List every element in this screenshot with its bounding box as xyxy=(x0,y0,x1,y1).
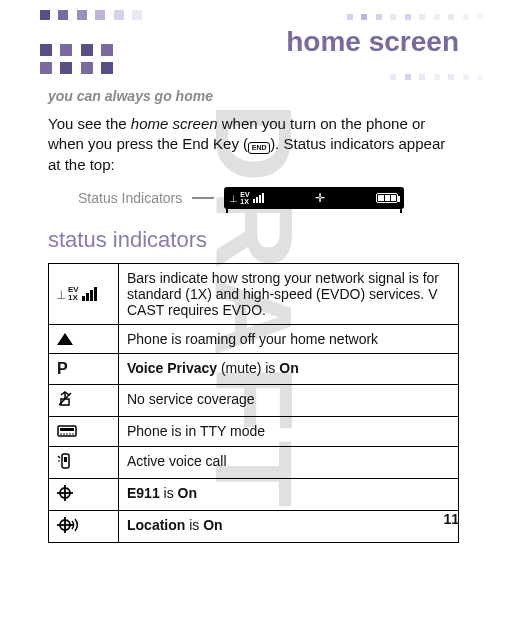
battery-icon xyxy=(376,193,398,203)
svg-point-8 xyxy=(69,433,71,435)
intro-paragraph: You see the home screen when you turn on… xyxy=(48,114,459,175)
svg-rect-11 xyxy=(64,457,67,462)
voice-privacy-icon: P xyxy=(49,353,119,384)
table-row: Phone is in TTY mode xyxy=(49,416,459,446)
active-call-desc: Active voice call xyxy=(119,446,459,478)
tty-desc: Phone is in TTY mode xyxy=(119,416,459,446)
active-call-icon xyxy=(49,446,119,478)
page-subtitle: you can always go home xyxy=(48,88,459,104)
section-heading: status indicators xyxy=(48,227,459,253)
svg-point-7 xyxy=(66,433,68,435)
table-row: Active voice call xyxy=(49,446,459,478)
intro-pre: You see the xyxy=(48,115,131,132)
table-row: Location is On xyxy=(49,510,459,542)
tty-icon xyxy=(49,416,119,446)
e911-icon: ✛ xyxy=(315,191,325,205)
signal-strength-desc: Bars indicate how strong your network si… xyxy=(119,263,459,324)
svg-line-12 xyxy=(58,456,60,458)
status-indicator-label: Status Indicators xyxy=(78,190,182,206)
location-desc: Location is On xyxy=(119,510,459,542)
page-number: 11 xyxy=(443,511,459,527)
table-row: Phone is roaming off your home network xyxy=(49,324,459,353)
e911-desc: E911 is On xyxy=(119,478,459,510)
location-icon xyxy=(49,510,119,542)
callout-line xyxy=(192,197,214,199)
e911-icon xyxy=(49,478,119,510)
roaming-icon xyxy=(49,324,119,353)
signal-bars-icon xyxy=(253,193,264,203)
table-row: No service coverage xyxy=(49,384,459,416)
roaming-desc: Phone is roaming off your home network xyxy=(119,324,459,353)
end-key-icon: END xyxy=(248,142,270,154)
page-title: home screen xyxy=(286,26,459,58)
status-indicator-callout: Status Indicators ⟂ EV1X ✛ xyxy=(78,187,459,209)
antenna-icon: ⟂ xyxy=(230,192,237,204)
svg-point-5 xyxy=(60,433,62,435)
statusbar-graphic: ⟂ EV1X ✛ xyxy=(224,187,404,209)
svg-point-9 xyxy=(72,433,74,435)
ev-1x-icon: EV1X xyxy=(240,191,249,205)
intro-term: home screen xyxy=(131,115,218,132)
no-service-desc: No service coverage xyxy=(119,384,459,416)
table-row: P Voice Privacy (mute) is On xyxy=(49,353,459,384)
header-decoration: home screen xyxy=(0,0,507,80)
no-service-icon xyxy=(49,384,119,416)
voice-privacy-desc: Voice Privacy (mute) is On xyxy=(119,353,459,384)
table-row: E911 is On xyxy=(49,478,459,510)
svg-point-6 xyxy=(63,433,65,435)
status-indicator-table: ⟂ EV1X Bars indicate how strong your net… xyxy=(48,263,459,543)
svg-rect-4 xyxy=(60,428,74,431)
signal-strength-icon: ⟂ EV1X xyxy=(49,263,119,324)
table-row: ⟂ EV1X Bars indicate how strong your net… xyxy=(49,263,459,324)
